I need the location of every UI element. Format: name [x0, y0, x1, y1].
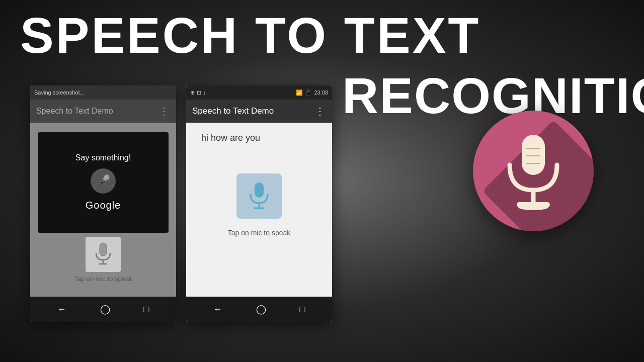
mic-circle-google[interactable]: 🎤	[91, 168, 116, 194]
main-title-line1: SPEECH TO TEXT	[20, 10, 480, 60]
tap-mic-text-2: Tap on mic to speak	[228, 229, 291, 237]
app-title-2: Speech to Text Demo	[192, 106, 274, 116]
app-title-1: Speech to Text Demo	[36, 107, 113, 116]
recent-icon-2[interactable]: □	[300, 304, 305, 315]
nav-bar-1: ← ◯ □	[30, 297, 176, 322]
signal-icon: 📱	[305, 89, 312, 96]
status-icons-right: 📶 📱 23:08	[296, 89, 328, 96]
say-something-text: Say something!	[75, 153, 131, 162]
svg-rect-0	[100, 243, 107, 256]
svg-rect-3	[255, 183, 264, 198]
content-area-2: hi how are you Tap on mic to speak	[186, 123, 332, 297]
home-icon-2[interactable]: ◯	[256, 304, 266, 315]
app-bar-2: Speech to Text Demo ⋮	[186, 100, 332, 123]
back-icon-2[interactable]: ←	[213, 304, 222, 315]
whatsapp-icon: ⊕	[190, 89, 195, 96]
phones-container: Saving screenshot... Speech to Text Demo…	[30, 85, 332, 322]
decorative-mic-circle	[473, 111, 594, 231]
google-brand-text: Google	[86, 200, 121, 211]
mic-svg-blue	[247, 181, 272, 211]
mic-icon-small: 🎤	[97, 174, 110, 188]
home-icon-1[interactable]: ◯	[100, 304, 110, 315]
svg-point-9	[518, 204, 548, 210]
photo-icon: ⊡	[197, 89, 201, 96]
tap-mic-text-1: Tap on mic to speak	[74, 275, 132, 283]
status-icons-left: ⊕ ⊡ ↓	[190, 89, 206, 96]
status-bar-2: ⊕ ⊡ ↓ 📶 📱 23:08	[186, 85, 332, 100]
decorative-mic-svg	[501, 131, 566, 211]
content-area-1: Say something! 🎤 Google Tap on mic to sp…	[30, 123, 176, 297]
time-display: 23:08	[314, 89, 328, 96]
wifi-icon: 📶	[296, 89, 303, 96]
phone-screenshot-2: ⊕ ⊡ ↓ 📶 📱 23:08 Speech to Text Demo ⋮ hi…	[186, 85, 332, 322]
phone-screenshot-1: Saving screenshot... Speech to Text Demo…	[30, 85, 176, 322]
back-icon-1[interactable]: ←	[57, 304, 66, 315]
recent-icon-1[interactable]: □	[144, 304, 149, 315]
mic-button-gray[interactable]	[86, 237, 121, 272]
mic-svg-gray	[93, 242, 113, 267]
google-voice-dialog: Say something! 🎤 Google	[38, 132, 169, 233]
svg-rect-6	[522, 135, 545, 175]
nav-bar-2: ← ◯ □	[186, 297, 332, 322]
mic-button-blue[interactable]	[236, 173, 282, 219]
app-bar-1: Speech to Text Demo ⋮	[30, 100, 176, 123]
transcribed-text: hi how are you	[196, 133, 260, 143]
menu-dots-1[interactable]: ⋮	[159, 105, 170, 117]
saving-text: Saving screenshot...	[34, 89, 85, 96]
download-icon: ↓	[203, 89, 206, 96]
main-title-line2: RECOGNITION	[342, 70, 644, 121]
status-bar-1: Saving screenshot...	[30, 85, 176, 100]
menu-dots-2[interactable]: ⋮	[315, 105, 326, 117]
